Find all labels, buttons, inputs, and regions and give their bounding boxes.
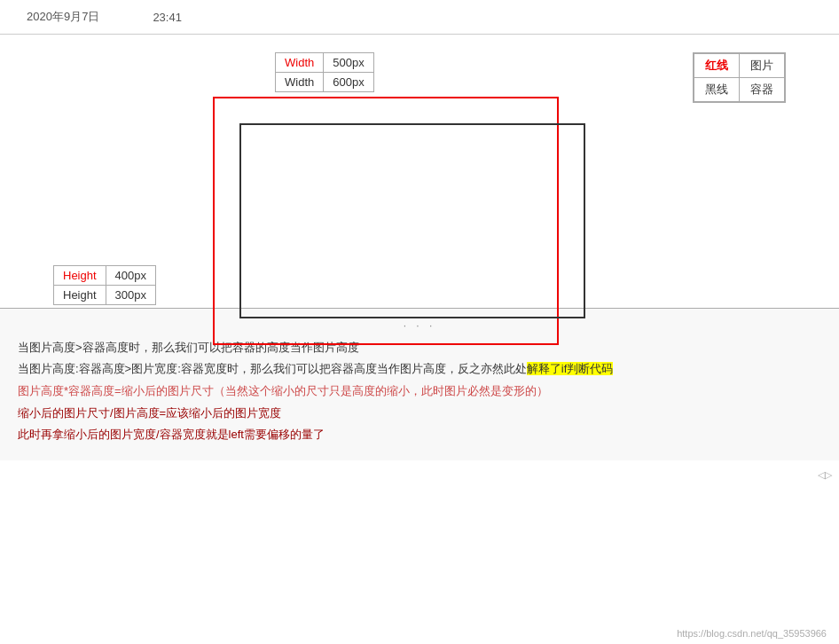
container-rect xyxy=(239,123,585,318)
highlight-text: 解释了if判断代码 xyxy=(527,362,614,375)
text-line-4: 缩小后的图片尺寸/图片高度=应该缩小后的图片宽度 xyxy=(18,403,821,425)
legend-label-black: 黑线 xyxy=(694,78,740,102)
width-value-2: 600px xyxy=(324,73,373,92)
legend-label-red: 红线 xyxy=(694,54,740,78)
legend: 红线 图片 黑线 容器 xyxy=(693,52,786,103)
height-label-1: Height xyxy=(54,266,106,286)
width-row-2: Width 600px xyxy=(276,73,374,92)
legend-row-1: 红线 图片 xyxy=(694,54,785,78)
legend-value-black: 容器 xyxy=(740,78,785,102)
watermark: https://blog.csdn.net/qq_35953966 xyxy=(677,628,827,639)
top-bar: 2020年9月7日 23:41 xyxy=(0,0,839,35)
width-label-1: Width xyxy=(276,53,324,73)
text-line-3: 图片高度*容器高度=缩小后的图片尺寸（当然这个缩小的尺寸只是高度的缩小，此时图片… xyxy=(18,381,821,403)
height-value-2: 300px xyxy=(106,286,155,305)
height-value-1: 400px xyxy=(106,266,155,286)
width-row-1: Width 500px xyxy=(276,53,374,73)
height-row-2: Height 300px xyxy=(54,286,156,305)
text-line-5: 此时再拿缩小后的图片宽度/容器宽度就是left需要偏移的量了 xyxy=(18,424,821,446)
width-value-1: 500px xyxy=(324,53,373,73)
height-labels: Height 400px Height 300px xyxy=(53,265,156,305)
date-label: 2020年9月7日 xyxy=(27,9,99,25)
width-label-2: Width xyxy=(276,73,324,92)
height-label-2: Height xyxy=(54,286,106,305)
text-line-2: 当图片高度:容器高度>图片宽度:容器宽度时，那么我们可以把容器高度当作图片高度，… xyxy=(18,358,821,381)
legend-row-2: 黑线 容器 xyxy=(694,78,785,102)
width-labels: Width 500px Width 600px xyxy=(275,52,374,92)
time-label: 23:41 xyxy=(153,11,182,24)
legend-value-red: 图片 xyxy=(740,54,785,78)
height-row-1: Height 400px xyxy=(54,266,156,286)
scrollbar-indicator: ◁▷ xyxy=(818,469,832,481)
